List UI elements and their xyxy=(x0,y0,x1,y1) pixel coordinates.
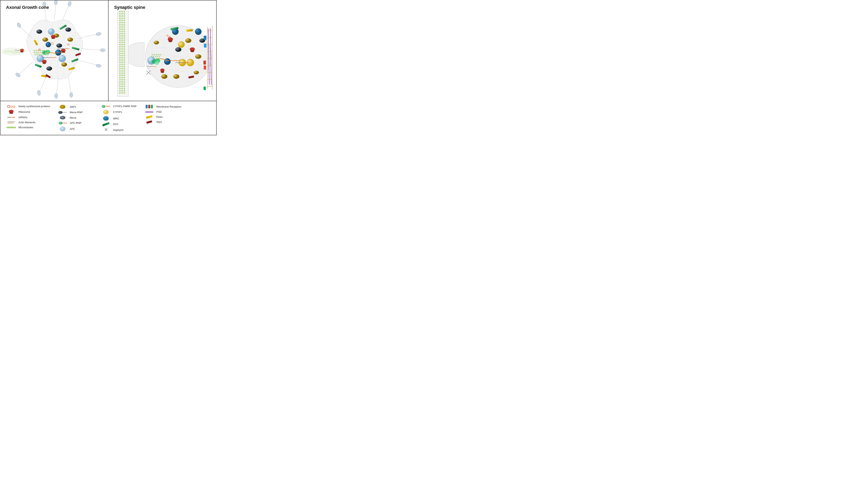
svg-point-106 xyxy=(124,22,125,23)
svg-point-42 xyxy=(38,52,39,53)
svg-point-232 xyxy=(158,54,159,56)
svg-point-109 xyxy=(124,24,125,26)
legend-col-3: CYFIP1-FMRP RNP CYFIP1 WRC xyxy=(101,105,137,132)
svg-point-189 xyxy=(121,83,123,85)
svg-point-136 xyxy=(124,44,125,46)
svg-point-181 xyxy=(124,77,125,78)
svg-point-116 xyxy=(119,31,121,32)
svg-point-149 xyxy=(119,55,121,57)
svg-point-97 xyxy=(124,15,125,17)
svg-point-198 xyxy=(121,90,123,92)
svg-point-114 xyxy=(121,29,123,30)
svg-point-172 xyxy=(124,70,125,72)
legend-item-ribosome: Ribosome xyxy=(6,110,50,114)
wrc-label: WRC xyxy=(113,117,120,120)
mena-rnp-label: Mena-RNP xyxy=(70,111,83,114)
legend-item-mrna: mRNAs xyxy=(6,116,50,119)
svg-point-178 xyxy=(124,74,125,76)
svg-point-183 xyxy=(121,79,123,80)
microtubules-icon xyxy=(6,127,17,128)
svg-point-141 xyxy=(121,48,123,50)
svg-point-99 xyxy=(121,18,123,19)
svg-point-81 xyxy=(42,62,46,64)
svg-point-57 xyxy=(42,38,48,42)
psd-icon xyxy=(144,111,154,113)
svg-point-152 xyxy=(119,57,121,59)
svg-point-199 xyxy=(124,90,125,92)
svg-point-256 xyxy=(195,29,202,35)
svg-point-135 xyxy=(121,44,123,46)
svg-point-117 xyxy=(121,31,123,32)
gephyrin-label: Gephyrin xyxy=(113,129,124,131)
svg-point-5 xyxy=(54,0,58,5)
svg-point-187 xyxy=(124,81,125,83)
svg-point-161 xyxy=(119,64,121,65)
svg-point-176 xyxy=(119,74,121,76)
svg-point-154 xyxy=(124,57,125,59)
svg-point-168 xyxy=(121,68,123,70)
svg-point-229 xyxy=(152,54,153,56)
svg-point-157 xyxy=(124,59,125,61)
mrna-icon xyxy=(6,117,17,118)
svg-point-98 xyxy=(119,18,121,19)
svg-point-145 xyxy=(124,50,125,52)
svg-point-132 xyxy=(121,42,123,43)
svg-point-91 xyxy=(124,11,125,12)
svg-point-90 xyxy=(121,11,123,12)
svg-point-121 xyxy=(124,33,125,34)
svg-point-165 xyxy=(121,66,123,68)
legend-item-psd: PSD xyxy=(144,110,182,113)
actin-label: Actin filaments xyxy=(19,121,35,124)
svg-point-164 xyxy=(119,66,121,68)
svg-point-131 xyxy=(119,42,121,43)
svg-point-59 xyxy=(65,28,71,32)
svg-point-134 xyxy=(119,44,121,46)
svg-point-148 xyxy=(124,53,125,54)
svg-point-153 xyxy=(121,57,123,59)
svg-rect-272 xyxy=(204,87,206,90)
legend-item-zbp1: ZBP1 xyxy=(58,105,93,109)
svg-point-180 xyxy=(121,77,123,78)
svg-point-115 xyxy=(124,29,125,30)
svg-point-43 xyxy=(40,52,41,53)
svg-point-94 xyxy=(124,13,125,15)
robo-label: Robo xyxy=(156,115,163,119)
svg-point-108 xyxy=(121,24,123,26)
svg-point-196 xyxy=(124,88,125,89)
svg-point-122 xyxy=(119,35,121,37)
svg-point-237 xyxy=(157,56,158,58)
dcc-icon xyxy=(101,123,111,125)
svg-point-111 xyxy=(121,26,123,28)
legend-item-actin: Actin filaments xyxy=(6,121,50,124)
svg-point-112 xyxy=(124,26,125,28)
svg-point-188 xyxy=(119,83,121,85)
svg-point-192 xyxy=(121,85,123,87)
apc-rnp-icon xyxy=(58,122,68,124)
svg-point-144 xyxy=(121,50,123,52)
svg-point-248 xyxy=(154,41,159,44)
svg-point-11 xyxy=(54,93,58,99)
svg-point-169 xyxy=(124,68,125,70)
svg-point-77 xyxy=(52,37,55,39)
svg-point-105 xyxy=(121,22,123,23)
svg-point-124 xyxy=(124,35,125,37)
mena-rnp-icon xyxy=(58,111,68,114)
svg-point-123 xyxy=(121,35,123,37)
svg-point-170 xyxy=(119,70,121,72)
diagrams-row: Axonal Growth cone xyxy=(0,0,216,101)
svg-point-230 xyxy=(154,54,155,56)
legend-item-cyfip-fmrp: CYFIP1-FMRP RNP xyxy=(101,105,137,108)
zbp1-label: ZBP1 xyxy=(70,105,76,108)
svg-point-100 xyxy=(124,18,125,19)
svg-point-61 xyxy=(37,30,42,34)
legend-item-wrc: WRC xyxy=(101,116,137,121)
robo-icon xyxy=(144,116,154,118)
svg-point-151 xyxy=(124,55,125,57)
svg-rect-268 xyxy=(204,36,206,40)
svg-point-129 xyxy=(121,39,123,41)
main-container: Axonal Growth cone xyxy=(0,0,217,135)
svg-point-185 xyxy=(119,81,121,83)
svg-point-104 xyxy=(119,22,121,23)
svg-point-263 xyxy=(161,71,164,73)
svg-point-243 xyxy=(185,38,192,43)
